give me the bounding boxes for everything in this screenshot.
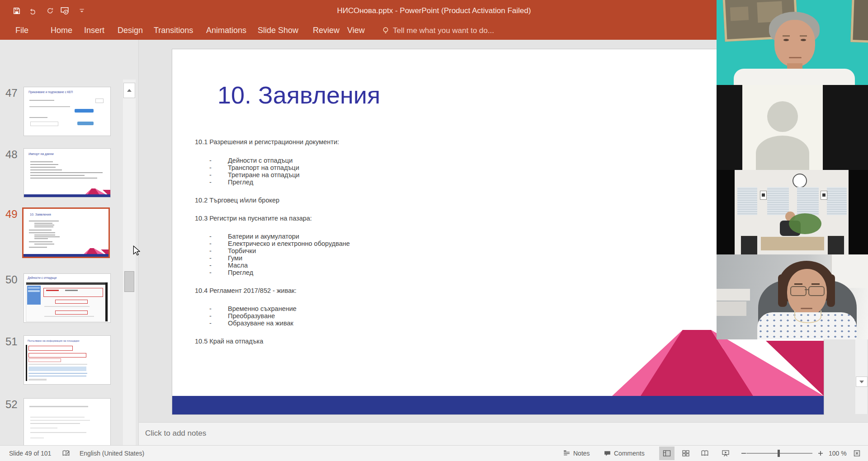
slide-section-heading[interactable]: 10.1 Разрешения и регистрационни докумен…	[195, 138, 339, 146]
thumbnail-slide-51[interactable]: Попълване на информация за площадки	[24, 335, 111, 385]
scroll-up-icon[interactable]	[123, 83, 135, 98]
window-blinds	[797, 187, 819, 215]
plant	[789, 213, 821, 234]
person-hair	[778, 274, 787, 307]
chair	[741, 236, 757, 255]
window-blinds	[767, 187, 789, 215]
video-conference-panel	[717, 0, 868, 339]
bullet-dash: -	[209, 254, 212, 262]
avatar-head	[767, 101, 798, 132]
slide-footer-bar	[172, 396, 824, 414]
bullet-dash: -	[209, 262, 212, 269]
bullet-dash: -	[209, 171, 212, 179]
window-blinds	[827, 187, 847, 215]
thumbnail-number: 50	[5, 273, 21, 286]
video-participant-4	[717, 254, 868, 339]
video-participant-1	[717, 0, 868, 85]
office-scene	[735, 170, 849, 255]
zoom-level[interactable]: 100 %	[829, 446, 847, 461]
bullet-dash: -	[209, 164, 212, 171]
scroll-down-icon[interactable]	[856, 376, 868, 387]
tab-design[interactable]: Design	[118, 21, 143, 40]
slide-footer-graphic	[172, 330, 824, 396]
bullet-dash: -	[209, 305, 212, 312]
thumbnail-slide-50[interactable]: Дейности с отпадъци	[24, 273, 111, 323]
video-participant-3	[717, 170, 868, 255]
thumbnail-number: 51	[5, 335, 21, 348]
tab-view[interactable]: View	[347, 21, 365, 40]
language-indicator[interactable]: English (United States)	[80, 446, 144, 461]
status-bar: Slide 49 of 101 English (United States) …	[0, 445, 868, 461]
desk	[761, 237, 824, 250]
thumbnail-scrollbar[interactable]	[123, 80, 136, 445]
notes-placeholder[interactable]: Click to add notes	[145, 429, 206, 438]
bullet-dash: -	[209, 312, 212, 320]
slide-show-icon[interactable]	[718, 447, 733, 460]
person-face	[774, 20, 815, 67]
bullet-dash: -	[209, 269, 212, 276]
thumbnail-slide-47[interactable]: Прикачване и подписване с КЕП	[24, 87, 111, 136]
tab-animations[interactable]: Animations	[206, 21, 246, 40]
notes-toggle-label: Notes	[573, 450, 590, 457]
glasses	[790, 286, 807, 296]
comments-toggle-label: Comments	[614, 450, 645, 457]
slide-section-heading[interactable]: 10.4 Регламент 2017/852 - живак:	[195, 287, 297, 294]
bullet-dash: -	[209, 179, 212, 186]
slide-sorter-icon[interactable]	[678, 447, 693, 460]
pane-divider[interactable]	[138, 40, 139, 445]
tab-review[interactable]: Review	[313, 21, 340, 40]
tab-insert[interactable]: Insert	[84, 21, 104, 40]
tab-slide-show[interactable]: Slide Show	[258, 21, 298, 40]
avatar-card	[742, 85, 823, 170]
notes-toggle[interactable]: Notes	[563, 446, 590, 461]
tab-transitions[interactable]: Transitions	[154, 21, 193, 40]
comments-toggle[interactable]: Comments	[604, 446, 645, 461]
necklace	[794, 310, 821, 323]
tab-home[interactable]: Home	[51, 21, 72, 40]
tab-file[interactable]: File	[15, 21, 28, 40]
slide-thumbnail-pane: 47 Прикачване и подписване с КЕП 48 Импо…	[0, 40, 138, 445]
printer	[717, 289, 750, 301]
bullet-dash: -	[209, 233, 212, 240]
avatar-shoulders	[756, 136, 809, 170]
chair	[828, 236, 844, 255]
tell-me-label: Tell me what you want to do...	[393, 26, 494, 35]
bullet-dash: -	[209, 247, 212, 254]
spell-check-icon[interactable]	[62, 446, 70, 461]
slide-section-heading[interactable]: 10.3 Регистри на пуснатите на пазара:	[195, 215, 312, 222]
reading-view-icon[interactable]	[697, 447, 712, 460]
thumbnail-number: 48	[5, 148, 21, 161]
framed-picture	[821, 191, 827, 200]
wall-clock	[793, 174, 807, 188]
fit-slide-to-window-icon[interactable]	[849, 447, 864, 460]
video-participant-2-avatar	[717, 85, 868, 170]
bullet-dash: -	[209, 240, 212, 247]
thumbnail-slide-48[interactable]: Импорт на данни	[24, 148, 111, 198]
zoom-slider-thumb[interactable]	[778, 450, 780, 457]
slide-title[interactable]: 10. Заявления	[217, 81, 380, 109]
mouse-cursor	[133, 245, 140, 256]
slide-section-heading[interactable]: 10.2 Търговец и/или брокер	[195, 197, 279, 204]
glasses	[808, 286, 825, 296]
thumbnail-slide-49-selected[interactable]: 10. Заявления	[22, 207, 110, 258]
slide-indicator[interactable]: Slide 49 of 101	[9, 446, 51, 461]
comments-icon	[604, 450, 611, 457]
normal-view-icon[interactable]	[659, 447, 675, 460]
thumbnail-slide-52[interactable]	[24, 398, 111, 445]
tell-me-box[interactable]: Tell me what you want to do...	[382, 21, 494, 40]
thumbnail-number: 52	[5, 398, 21, 411]
bullet-dash: -	[209, 157, 212, 164]
powerpoint-window: НИСОнова.pptx - PowerPoint (Product Acti…	[0, 0, 868, 461]
window-blinds	[737, 187, 757, 215]
printer	[717, 301, 746, 316]
lightbulb-icon	[382, 27, 389, 35]
thumbnail-scrollbar-thumb[interactable]	[124, 271, 134, 292]
zoom-in-icon[interactable]	[813, 447, 828, 460]
thumbnail-number: 49	[5, 208, 21, 221]
person-shirt	[734, 69, 855, 85]
notes-pane[interactable]: Click to add notes	[139, 422, 868, 445]
framed-picture	[760, 191, 767, 200]
bullet-dash: -	[209, 320, 212, 327]
thumbnail-number: 47	[5, 87, 21, 99]
picture-frame	[850, 0, 868, 43]
